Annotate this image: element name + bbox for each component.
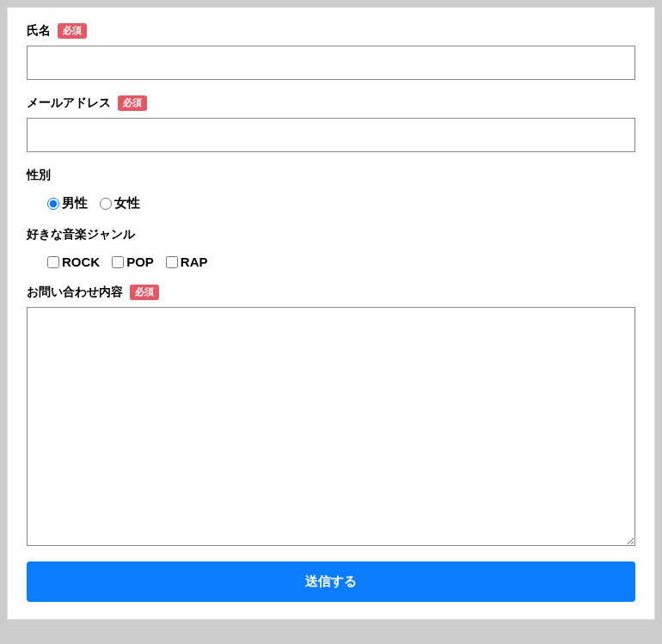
- genre-label: 好きな音楽ジャンル: [27, 227, 135, 242]
- genre-option-label: POP: [126, 255, 154, 269]
- genre-option-pop[interactable]: POP: [112, 255, 154, 269]
- message-group: お問い合わせ内容 必須: [27, 285, 635, 549]
- genre-option-label: ROCK: [62, 255, 100, 269]
- gender-radio-male[interactable]: [47, 198, 59, 210]
- required-badge: 必須: [130, 285, 159, 299]
- gender-label: 性別: [27, 168, 51, 183]
- name-label-row: 氏名 必須: [27, 23, 635, 39]
- email-label-row: メールアドレス 必須: [27, 95, 635, 111]
- genre-label-row: 好きな音楽ジャンル: [27, 227, 635, 242]
- gender-radio-female[interactable]: [100, 198, 112, 210]
- genre-group: 好きな音楽ジャンル ROCK POP RAP: [27, 227, 635, 269]
- message-label-row: お問い合わせ内容 必須: [27, 285, 635, 300]
- genre-checkbox-rap[interactable]: [166, 256, 178, 268]
- name-label: 氏名: [27, 23, 51, 39]
- email-label: メールアドレス: [27, 95, 111, 111]
- genre-checkbox-rock[interactable]: [47, 256, 59, 268]
- gender-option-female[interactable]: 女性: [100, 195, 140, 212]
- genre-option-rap[interactable]: RAP: [166, 255, 208, 269]
- contact-form: 氏名 必須 メールアドレス 必須 性別 男性 女性 好きな音楽ジャンル: [7, 7, 655, 620]
- genre-option-label: RAP: [181, 255, 208, 269]
- gender-group: 性別 男性 女性: [27, 168, 635, 212]
- submit-button[interactable]: 送信する: [27, 561, 635, 602]
- gender-option-label: 男性: [62, 195, 88, 212]
- gender-option-label: 女性: [114, 195, 140, 212]
- required-badge: 必須: [58, 23, 87, 38]
- gender-label-row: 性別: [27, 168, 635, 183]
- required-badge: 必須: [118, 95, 147, 110]
- genre-checkbox-pop[interactable]: [112, 256, 124, 268]
- email-input[interactable]: [27, 118, 635, 152]
- genre-options: ROCK POP RAP: [27, 249, 635, 269]
- name-group: 氏名 必須: [27, 23, 635, 80]
- name-input[interactable]: [27, 46, 635, 80]
- email-group: メールアドレス 必須: [27, 95, 635, 152]
- gender-option-male[interactable]: 男性: [47, 195, 88, 212]
- gender-options: 男性 女性: [27, 190, 635, 212]
- message-label: お問い合わせ内容: [27, 285, 123, 300]
- genre-option-rock[interactable]: ROCK: [47, 255, 100, 269]
- message-textarea[interactable]: [27, 307, 635, 546]
